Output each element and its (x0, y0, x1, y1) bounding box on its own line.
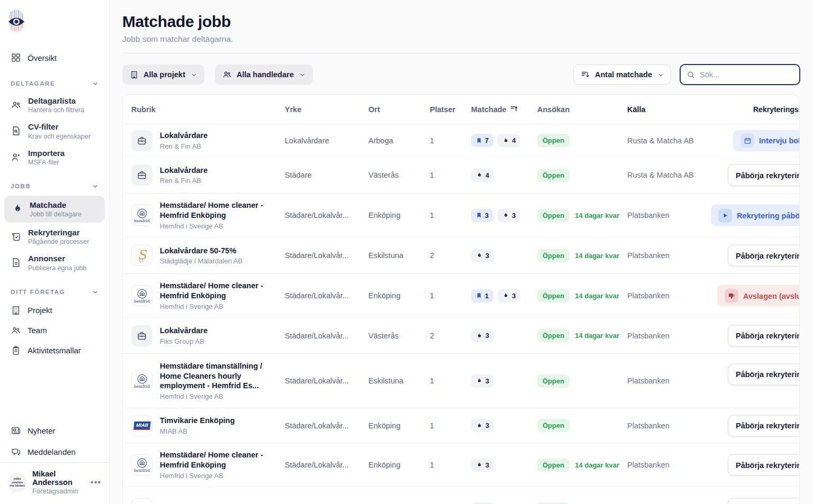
table-row[interactable]: LokalvårdareFiks Group AB Städare/Lokalv… (123, 318, 799, 354)
sidebar-item-cv-filter[interactable]: CV-filterKrav och egenskaper (0, 118, 109, 144)
sidebar-item-nyheter[interactable]: Nyheter (0, 420, 109, 441)
divider (122, 53, 800, 53)
column-header-matchade[interactable]: Matchade (471, 104, 537, 115)
briefcase-icon (131, 325, 152, 346)
table-row[interactable]: S Lokalvårdare 50-75%Städglädje i Mälard… (123, 237, 799, 274)
start-recruitment-button[interactable]: Påbörja rekrytering (728, 164, 800, 186)
user-menu[interactable]: jobba smartare inte hårdare Mikael Ander… (0, 462, 109, 502)
column-header-platser: Platser (430, 105, 471, 114)
job-ort: Västerås (368, 332, 430, 340)
search-input[interactable] (700, 70, 793, 79)
rejected-button[interactable]: Avslagen (avslutad) (717, 285, 800, 307)
sort-ascending-icon (510, 104, 519, 115)
sidebar-item-aktivitetsmallar[interactable]: Aktivitetsmallar (0, 341, 109, 361)
sidebar-item-deltagarlista[interactable]: DeltagarlistaHantera och filtrera (0, 92, 109, 118)
start-recruitment-button[interactable]: Påbörja rekrytering (728, 454, 800, 476)
column-header-yrke: Yrke (285, 105, 368, 114)
status-badge: Öppen (537, 459, 570, 472)
sidebar-item-rekryteringar[interactable]: RekryteringarPågående processer (0, 224, 109, 250)
ellipsis-icon[interactable]: ••• (91, 478, 102, 487)
status-badge: Öppen (537, 249, 570, 262)
chevron-down-icon (92, 289, 98, 295)
filter-bar: Alla projekt Alla handledare Antal match… (122, 64, 800, 85)
job-company: Hemfrid i Sverige AB (160, 222, 279, 230)
flame-icon (12, 203, 23, 215)
job-title: Hemstädare/ Home cleaner - Hemfrid Enköp… (160, 200, 279, 221)
sidebar: Översikt DELTAGARE DeltagarlistaHantera … (0, 0, 110, 504)
recruitment-started-button[interactable]: Rekrytering påbörjad (711, 205, 800, 226)
sidebar-item-label: Översikt (28, 53, 57, 62)
section-header-deltagare[interactable]: DELTAGARE (0, 68, 109, 92)
chevron-down-icon (658, 72, 664, 78)
sidebar-item-annonser[interactable]: AnnonserPublicera egna jobb (0, 250, 109, 276)
job-company: Hemfrid i Sverige AB (160, 392, 279, 400)
table-row[interactable]: LokalvårdareRen & Fin AB Lokalvårdare Ar… (123, 124, 799, 157)
table-row[interactable]: LokalvårdareRen & Fin AB Städare Västerå… (123, 157, 799, 194)
table-row[interactable]: Jobbify Städare - Västerås - Deltid Städ… (123, 487, 799, 504)
start-recruitment-button[interactable]: Påbörja rekrytering (728, 498, 800, 504)
interview-booked-button[interactable]: Intervju bokad (733, 130, 800, 151)
start-recruitment-button[interactable]: Påbörja rekrytering (728, 325, 800, 346)
chevron-down-icon (92, 183, 98, 189)
clipboard-check-icon (11, 231, 22, 242)
hemfrid-logo: hemfrid (131, 454, 152, 475)
thumbs-down-icon (725, 289, 738, 303)
bookmark-badge: 1 (471, 289, 493, 303)
briefcase-icon (131, 164, 152, 186)
hemfrid-logo: hemfrid (131, 285, 152, 306)
job-source: Platsbanken (627, 377, 717, 385)
job-yrke: Städare (285, 171, 368, 179)
table-row[interactable]: hemfrid Hemstädare/ Home cleaner - Hemfr… (123, 274, 799, 318)
sidebar-item-matchade[interactable]: MatchadeJobb till deltagare (4, 196, 105, 223)
start-recruitment-button[interactable]: Påbörja rekrytering (728, 415, 800, 436)
flame-badge: 3 (471, 459, 494, 472)
start-recruitment-button[interactable]: Påbörja rekrytering (728, 245, 800, 267)
job-yrke: Städare/Lokalvår... (285, 251, 368, 260)
status-badge: Öppen (537, 209, 570, 222)
flame-badge: 3 (471, 329, 494, 342)
calendar-icon (740, 134, 754, 148)
status-badge: Öppen (537, 134, 570, 147)
sort-descending-icon (581, 70, 590, 79)
job-platser: 1 (430, 211, 471, 219)
start-recruitment-button[interactable]: Påbörja rekrytering (728, 363, 800, 385)
sidebar-item-importera[interactable]: ImporteraMSFA-filer (0, 144, 109, 170)
sort-dropdown[interactable]: Antal matchade (573, 65, 671, 85)
play-icon (718, 208, 732, 222)
flame-badge: 4 (471, 169, 494, 182)
table-row[interactable]: hemfrid Hemstädare timanställning / Home… (123, 354, 799, 408)
filter-supervisors-dropdown[interactable]: Alla handledare (215, 65, 313, 85)
days-left-label: 14 dagar kvar (575, 332, 619, 340)
job-source: Rusta & Matcha AB (627, 171, 717, 179)
column-header-rubrik: Rubrik (123, 105, 285, 114)
user-name: Mikael Andersson (32, 470, 85, 487)
table-row[interactable]: hemfrid Hemstädare/ Home cleaner - Hemfr… (123, 194, 799, 237)
chevron-down-icon (191, 72, 197, 78)
job-ort: Eskilstuna (368, 377, 430, 385)
job-platser: 1 (430, 171, 471, 179)
section-header-jobb[interactable]: JOBB (0, 170, 109, 195)
sidebar-item-subtitle: Pågående processer (28, 238, 89, 245)
sidebar-item-oversikt[interactable]: Översikt (0, 48, 109, 68)
job-ort: Enköping (368, 461, 430, 469)
job-platser: 1 (430, 291, 471, 300)
table-row[interactable]: MIAB Timvikarie EnköpingMIAB AB Städare/… (123, 408, 799, 443)
job-source: Platsbanken (627, 461, 717, 469)
job-platser: 1 (430, 461, 471, 469)
section-header-ditt-foretag[interactable]: DITT FÖRETAG (0, 276, 109, 300)
sidebar-item-projekt[interactable]: Projekt (0, 300, 109, 320)
sidebar-item-meddelanden[interactable]: Meddelanden (0, 441, 109, 462)
job-yrke: Städare/Lokalvår... (285, 332, 368, 340)
sidebar-item-label: Nyheter (28, 426, 56, 435)
job-yrke: Städare/Lokalvår... (285, 461, 368, 469)
sidebar-item-subtitle: MSFA-filer (28, 159, 65, 166)
column-header-ansokan: Ansökan (537, 105, 627, 114)
job-source: Platsbanken (627, 421, 717, 430)
table-row[interactable]: hemfrid Hemstädare/ Home cleaner - Hemfr… (123, 443, 799, 487)
sidebar-item-team[interactable]: Team (0, 320, 109, 341)
job-title: Hemstädare/ Home cleaner - Hemfrid Enköp… (160, 281, 279, 301)
job-ort: Enköping (368, 291, 430, 300)
sidebar-item-subtitle: Krav och egenskaper (28, 133, 91, 140)
filter-projects-dropdown[interactable]: Alla projekt (122, 65, 204, 85)
avatar: jobba smartare inte hårdare (7, 473, 27, 492)
